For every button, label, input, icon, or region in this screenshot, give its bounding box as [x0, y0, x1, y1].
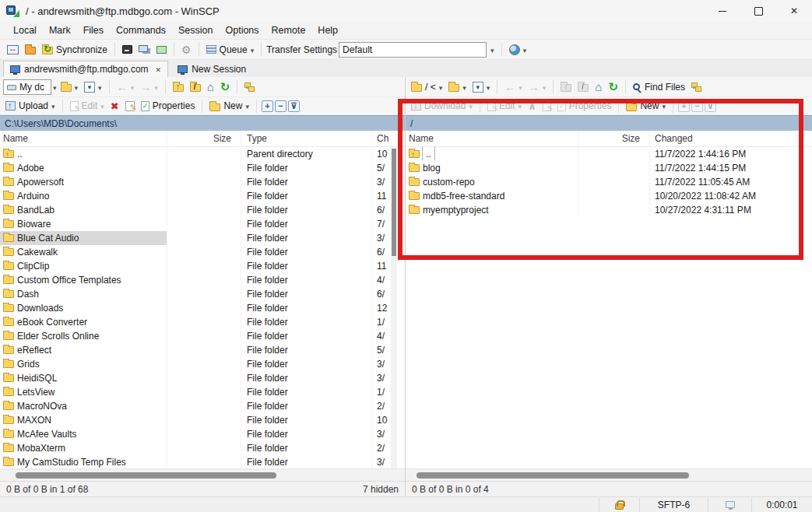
- drive-select[interactable]: My dc: [3, 79, 51, 95]
- properties-button[interactable]: Properties: [139, 99, 198, 113]
- file-row[interactable]: DashFile folder6/: [0, 287, 405, 301]
- selection-filter-button[interactable]: ⊽: [705, 100, 716, 112]
- file-row[interactable]: ..Parent directory10: [0, 147, 405, 161]
- menu-commands[interactable]: Commands: [111, 23, 171, 37]
- directory-tree-button[interactable]: [242, 81, 257, 93]
- file-row[interactable]: BandLabFile folder6/: [0, 203, 405, 217]
- column-header-changed[interactable]: Changed: [650, 131, 812, 146]
- queue-button[interactable]: Queue: [204, 43, 257, 57]
- delete-button[interactable]: [526, 99, 539, 114]
- maximize-button[interactable]: [740, 0, 776, 22]
- file-row[interactable]: ClipClipFile folder11: [0, 259, 405, 273]
- file-row[interactable]: LetsViewFile folder1/: [0, 385, 405, 399]
- tab-session[interactable]: andrewsmith@ftp.mdbgo.com: [3, 61, 168, 77]
- refresh-button[interactable]: [218, 79, 233, 96]
- file-row[interactable]: DownloadsFile folder12: [0, 301, 405, 315]
- menu-mark[interactable]: Mark: [44, 23, 76, 37]
- file-row[interactable]: myemptyproject10/27/2022 4:31:11 PM: [406, 203, 812, 217]
- back-button[interactable]: [114, 79, 137, 95]
- synchronize-button[interactable]: Synchronize: [40, 43, 110, 57]
- file-row[interactable]: Custom Office TemplatesFile folder4/: [0, 273, 405, 287]
- close-button[interactable]: [776, 0, 812, 22]
- menu-options[interactable]: Options: [220, 23, 264, 37]
- parent-directory-button[interactable]: [170, 80, 186, 93]
- file-row[interactable]: MAXONFile folder10: [0, 413, 405, 427]
- selection-filter-button[interactable]: ⊽: [288, 100, 300, 112]
- tab-new-session[interactable]: New Session: [171, 61, 252, 77]
- home-directory-button[interactable]: [205, 79, 216, 95]
- home-directory-button[interactable]: [592, 79, 604, 95]
- commander-layout-button[interactable]: [5, 44, 21, 56]
- upload-button[interactable]: Upload: [3, 99, 58, 113]
- file-row[interactable]: Blue Cat AudioFile folder3/: [0, 231, 405, 245]
- transfer-settings-select[interactable]: Default: [339, 42, 487, 58]
- root-directory-button[interactable]: [188, 80, 203, 93]
- file-row[interactable]: ApowersoftFile folder3/: [0, 175, 405, 189]
- column-header-name[interactable]: Name: [0, 131, 167, 146]
- new-button[interactable]: New: [207, 99, 251, 113]
- remote-path-bar[interactable]: /: [406, 115, 812, 131]
- vertical-scrollbar[interactable]: [391, 147, 397, 468]
- file-row[interactable]: GridsFile folder3/: [0, 357, 405, 371]
- local-path-bar[interactable]: C:\Users\MDB\Documents\: [0, 115, 405, 131]
- file-row[interactable]: MobaXtermFile folder2/: [0, 441, 405, 455]
- minimize-button[interactable]: [705, 0, 740, 22]
- directory-tree-button[interactable]: [689, 81, 704, 93]
- file-row[interactable]: eReflectFile folder5/: [0, 343, 405, 357]
- select-files-button[interactable]: +: [678, 100, 690, 112]
- rename-button[interactable]: [123, 100, 137, 113]
- remote-path-select[interactable]: / <: [409, 80, 445, 94]
- edit-button[interactable]: Edit: [68, 99, 107, 113]
- menu-help[interactable]: Help: [312, 23, 343, 37]
- chevron-down-icon[interactable]: [53, 82, 57, 93]
- transfer-settings-dropdown[interactable]: [488, 42, 497, 58]
- duplicate-session-button[interactable]: [136, 44, 153, 56]
- file-row[interactable]: McAfee VaultsFile folder3/: [0, 427, 405, 441]
- column-header-name[interactable]: Name: [406, 131, 578, 146]
- delete-button[interactable]: [108, 99, 121, 114]
- synchronize-browsing-button[interactable]: [507, 43, 529, 57]
- close-tab-icon[interactable]: [153, 64, 162, 75]
- file-row[interactable]: MacroNOvaFile folder2/: [0, 399, 405, 413]
- open-terminal-button[interactable]: [120, 44, 135, 55]
- file-row[interactable]: BiowareFile folder7/: [0, 217, 405, 231]
- properties-button[interactable]: Properties: [555, 99, 614, 113]
- file-row[interactable]: custom-repo11/7/2022 11:05:45 AM: [406, 175, 812, 189]
- preferences-button[interactable]: [179, 42, 194, 58]
- edit-button[interactable]: Edit: [485, 99, 524, 113]
- scrollbar-thumb[interactable]: [417, 472, 689, 479]
- unselect-files-button[interactable]: −: [275, 100, 286, 112]
- horizontal-scrollbar[interactable]: [406, 468, 812, 481]
- filter-button[interactable]: [470, 80, 493, 94]
- refresh-button[interactable]: [606, 79, 620, 96]
- file-row[interactable]: eBook ConverterFile folder1/: [0, 315, 405, 329]
- scrollbar-thumb[interactable]: [392, 149, 396, 256]
- file-row[interactable]: Elder Scrolls OnlineFile folder4/: [0, 329, 405, 343]
- column-header-size[interactable]: Size: [167, 131, 241, 146]
- session-status-button[interactable]: [154, 44, 169, 55]
- select-files-button[interactable]: +: [262, 100, 273, 112]
- menu-session[interactable]: Session: [173, 23, 218, 37]
- column-header-size[interactable]: Size: [578, 131, 650, 146]
- menu-local[interactable]: Local: [8, 23, 42, 37]
- menu-files[interactable]: Files: [78, 23, 109, 37]
- file-row[interactable]: blog11/7/2022 1:44:15 PM: [406, 161, 812, 175]
- download-button[interactable]: Download: [409, 99, 475, 113]
- file-row[interactable]: ArduinoFile folder11: [0, 189, 405, 203]
- find-files-button[interactable]: Find Files: [631, 80, 687, 94]
- rename-button[interactable]: [540, 100, 554, 113]
- menu-remote[interactable]: Remote: [266, 23, 311, 37]
- new-button[interactable]: New: [624, 99, 668, 113]
- file-row[interactable]: ..11/7/2022 1:44:16 PM: [406, 147, 812, 161]
- file-row[interactable]: HeidiSQLFile folder3/: [0, 371, 405, 385]
- back-button[interactable]: [502, 79, 525, 95]
- file-row[interactable]: CakewalkFile folder6/: [0, 245, 405, 259]
- file-row[interactable]: AdobeFile folder5/: [0, 161, 405, 175]
- unselect-files-button[interactable]: −: [691, 100, 703, 112]
- root-directory-button[interactable]: [575, 80, 591, 93]
- scrollbar-thumb[interactable]: [16, 472, 276, 479]
- compare-directories-button[interactable]: [23, 43, 38, 56]
- parent-directory-button[interactable]: [558, 80, 574, 93]
- forward-button[interactable]: [526, 79, 549, 95]
- file-row[interactable]: My CamStudio Temp FilesFile folder3/: [0, 455, 405, 468]
